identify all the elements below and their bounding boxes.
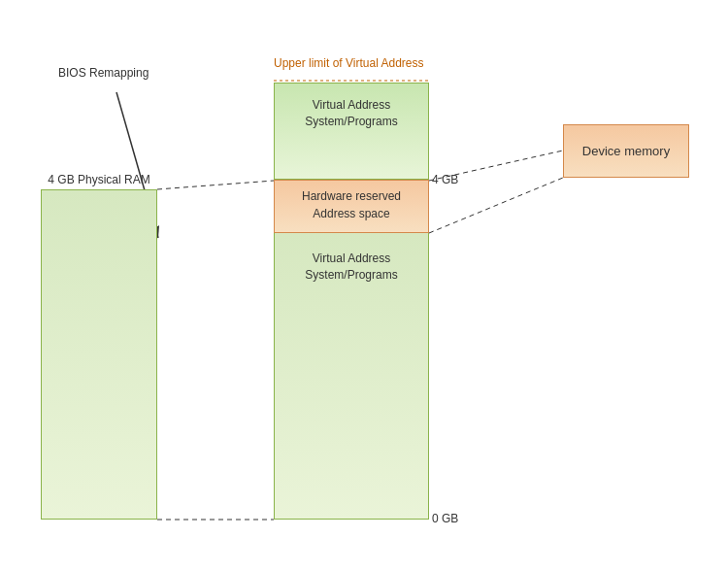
physical-ram-label: 4 GB Physical RAM — [41, 173, 157, 186]
diagram-container: BIOS Remapping Upper limit of Virtual Ad… — [0, 0, 728, 571]
virtual-bottom-line2: System/Programs — [305, 268, 397, 282]
upper-limit-label: Upper limit of Virtual Address — [274, 56, 424, 70]
hw-reserved-line2: Address space — [313, 207, 389, 220]
svg-line-2 — [157, 181, 274, 189]
hw-reserved-line1: Hardware reserved — [302, 189, 401, 203]
device-memory-box: Device memory — [563, 124, 689, 178]
four-gb-label: 4 GB — [432, 173, 458, 186]
device-memory-label: Device memory — [582, 144, 670, 158]
bios-remapping-label: BIOS Remapping — [58, 66, 149, 80]
physical-ram-box — [41, 189, 157, 520]
virtual-bottom-line1: Virtual Address — [313, 252, 391, 265]
zero-gb-label: 0 GB — [432, 512, 458, 525]
virtual-bottom-label: Virtual Address System/Programs — [274, 251, 429, 284]
virtual-top-line1: Virtual Address — [313, 98, 391, 112]
virtual-top-label: Virtual Address System/Programs — [274, 97, 429, 130]
virtual-top-line2: System/Programs — [305, 115, 397, 128]
hw-reserved-label: Hardware reserved Address space — [274, 187, 429, 222]
